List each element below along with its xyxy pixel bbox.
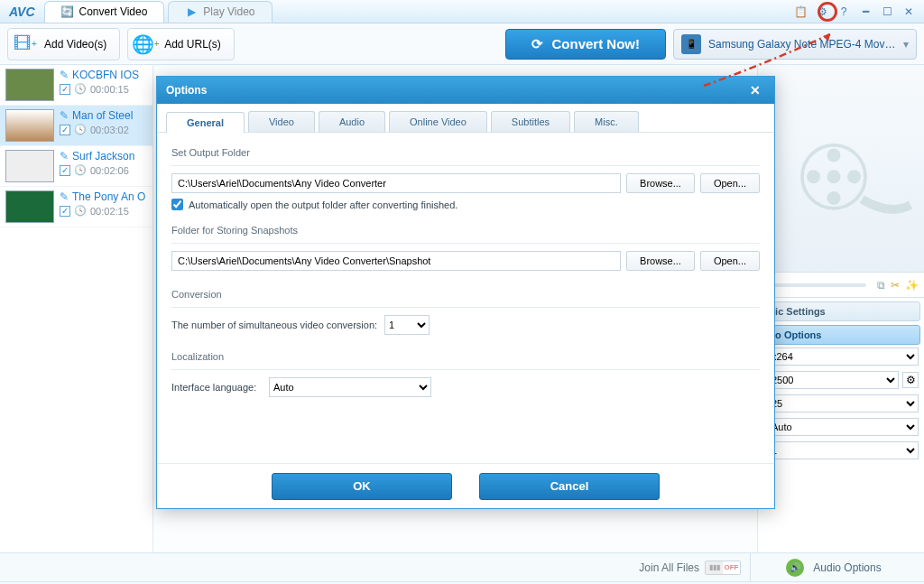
video-thumbnail	[5, 190, 54, 223]
svg-point-1	[827, 170, 841, 183]
bitrate-gear-icon[interactable]: ⚙	[902, 372, 919, 388]
dialog-titlebar: Options ✕	[157, 77, 774, 104]
footer-bar: Join All Files ▮▮▮OFF 🔊 Audio Options	[0, 552, 924, 581]
maximize-icon[interactable]: ☐	[879, 4, 895, 20]
checkbox-icon[interactable]: ✓	[60, 206, 70, 217]
clock-icon: 🕓	[74, 205, 87, 217]
checkbox-icon[interactable]: ✓	[60, 84, 70, 95]
video-item[interactable]: ✎Surf Jackson ✓🕓00:02:06	[0, 146, 152, 187]
simultaneous-select[interactable]: 1	[384, 315, 430, 335]
crop-icon[interactable]: ⧉	[877, 279, 885, 292]
add-urls-button[interactable]: 🌐+ Add URL(s)	[127, 28, 235, 60]
video-time: ✓🕓00:02:06	[60, 164, 134, 176]
timeline-controls: ⧉ ✂ ✨	[758, 273, 924, 298]
video-list: ✎KOCBFN IOS ✓🕓00:00:15 ✎Man of Steel ✓🕓0…	[0, 65, 153, 552]
svg-point-4	[827, 191, 841, 205]
tab-convert-video[interactable]: 🔄 Convert Video	[44, 1, 165, 23]
minimize-icon[interactable]: ━	[857, 4, 873, 20]
wand-icon[interactable]: ✨	[905, 279, 919, 292]
cancel-button[interactable]: Cancel	[479, 473, 660, 500]
play-icon: ▶	[185, 5, 198, 18]
svg-point-2	[827, 149, 841, 162]
localization-label: Localization	[171, 348, 760, 366]
auto-open-checkbox-row[interactable]: Automatically open the output folder aft…	[171, 199, 760, 210]
preview-area	[758, 65, 924, 273]
globe-add-icon: 🌐+	[134, 32, 157, 56]
tab-misc[interactable]: Misc.	[574, 111, 639, 132]
snapshot-folder-input[interactable]	[171, 251, 621, 271]
ok-button[interactable]: OK	[272, 473, 452, 500]
speaker-icon: 🔊	[786, 559, 804, 577]
dialog-footer: OK Cancel	[157, 463, 774, 508]
scissors-icon[interactable]: ✂	[891, 279, 900, 292]
fps-select[interactable]: 25	[763, 394, 919, 413]
video-time: ✓🕓00:00:15	[60, 83, 139, 95]
browse-output-button[interactable]: Browse...	[626, 173, 695, 193]
gear-icon[interactable]: ⚙	[814, 4, 830, 20]
clock-icon: 🕓	[74, 83, 87, 95]
snapshot-folder-label: Folder for Storing Snapshots	[171, 221, 760, 239]
bitrate-select[interactable]: 2500	[763, 371, 899, 389]
dialog-close-button[interactable]: ✕	[745, 80, 765, 100]
tab-subtitles[interactable]: Subtitles	[491, 111, 570, 132]
open-snapshot-button[interactable]: Open...	[700, 251, 760, 271]
video-item[interactable]: ✎KOCBFN IOS ✓🕓00:00:15	[0, 65, 152, 106]
size-select[interactable]: Auto	[763, 418, 919, 436]
video-item[interactable]: ✎Man of Steel ✓🕓00:03:02	[0, 106, 152, 146]
tab-play-video[interactable]: ▶ Play Video	[168, 1, 272, 23]
auto-open-label: Automatically open the output folder aft…	[189, 199, 457, 210]
convert-now-button[interactable]: ⟳ Convert Now!	[505, 29, 667, 60]
video-options-header[interactable]: eo Options	[762, 325, 920, 345]
dialog-body: Set Output Folder Browse... Open... Auto…	[157, 133, 774, 463]
join-all-toggle[interactable]: ▮▮▮OFF	[705, 561, 741, 575]
video-time: ✓🕓00:02:15	[60, 205, 145, 217]
dialog-title: Options	[166, 84, 207, 97]
conversion-label: Conversion	[171, 285, 760, 303]
add-videos-button[interactable]: 🎞+ Add Video(s)	[7, 28, 120, 60]
video-name: ✎The Pony An O	[60, 190, 145, 203]
add-urls-label: Add URL(s)	[164, 38, 221, 51]
tab-general[interactable]: General	[166, 112, 245, 133]
checkbox-icon[interactable]: ✓	[60, 125, 70, 135]
checkbox-icon[interactable]: ✓	[60, 165, 70, 176]
open-output-button[interactable]: Open...	[700, 173, 760, 193]
language-select[interactable]: Auto	[269, 377, 431, 397]
device-icon: 📱	[681, 34, 701, 54]
tab-online-video[interactable]: Online Video	[389, 111, 487, 132]
film-add-icon: 🎞+	[14, 32, 37, 56]
auto-open-checkbox[interactable]	[171, 199, 183, 210]
output-profile-dropdown[interactable]: 📱 Samsung Galaxy Note MPEG-4 Movie... ▾	[673, 29, 917, 60]
basic-settings-header[interactable]: sic Settings	[762, 301, 920, 321]
convert-icon: ⟳	[531, 36, 543, 52]
help-icon[interactable]: ?	[836, 4, 852, 20]
tab-video[interactable]: Video	[248, 111, 315, 132]
svg-point-5	[807, 170, 820, 183]
list-icon[interactable]: 📋	[792, 4, 808, 20]
pass-select[interactable]: 1	[763, 441, 919, 459]
language-label: Interface language:	[171, 382, 262, 393]
output-folder-input[interactable]	[171, 173, 621, 193]
close-icon[interactable]: ✕	[901, 4, 917, 20]
clock-icon: 🕓	[74, 164, 87, 176]
right-panel: ⧉ ✂ ✨ sic Settings eo Options x264 2500⚙…	[757, 65, 924, 552]
options-dialog: Options ✕ General Video Audio Online Vid…	[156, 76, 775, 509]
video-item[interactable]: ✎The Pony An O ✓🕓00:02:15	[0, 187, 152, 227]
tab-audio[interactable]: Audio	[319, 111, 385, 132]
tab-convert-label: Convert Video	[79, 5, 148, 18]
pencil-icon: ✎	[60, 69, 69, 81]
video-time: ✓🕓00:03:02	[60, 124, 133, 135]
pencil-icon: ✎	[60, 150, 69, 162]
video-name: ✎KOCBFN IOS	[60, 69, 139, 81]
browse-snapshot-button[interactable]: Browse...	[626, 251, 695, 271]
output-folder-label: Set Output Folder	[171, 144, 760, 162]
timeline-slider[interactable]	[769, 283, 866, 287]
add-videos-label: Add Video(s)	[44, 38, 106, 51]
codec-select[interactable]: x264	[763, 348, 919, 366]
window-controls: 📋 ⚙ ? ━ ☐ ✕	[792, 4, 924, 20]
audio-options-section[interactable]: 🔊 Audio Options	[750, 553, 917, 581]
simultaneous-label: The number of simultaneous video convers…	[171, 320, 377, 330]
main-toolbar: 🎞+ Add Video(s) 🌐+ Add URL(s) ⟳ Convert …	[0, 23, 924, 65]
audio-options-label: Audio Options	[813, 561, 881, 574]
convert-now-label: Convert Now!	[552, 36, 641, 51]
pencil-icon: ✎	[60, 190, 69, 203]
